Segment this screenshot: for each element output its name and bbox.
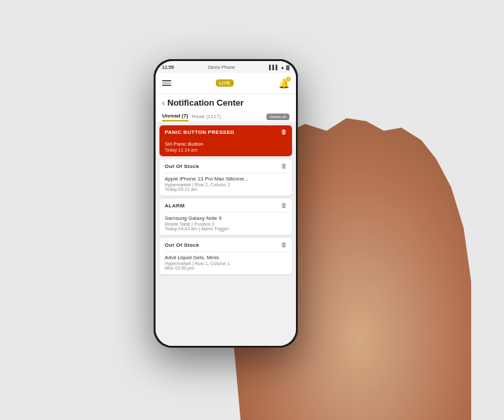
wifi-icon: ▲ [280,65,285,70]
notifications-list: PANIC BUTTON PRESSED 🗑 SH Panic Button T… [156,121,296,346]
oos2-delete-icon[interactable]: 🗑 [281,242,287,248]
alarm-delete-icon[interactable]: 🗑 [281,202,287,209]
oos1-item-name: Apple iPhone 13 Pro Max Silicone... [165,176,287,182]
signal-icon: ▌▌▌ [269,65,279,70]
notification-bell-button[interactable]: 🔔 3 [278,78,289,89]
status-time: 11:55 [162,65,174,70]
notification-card-oos1[interactable]: Out Of Stock 🗑 Apple iPhone 13 Pro Max S… [159,159,292,196]
oos1-card-header: Out Of Stock 🗑 [159,159,292,173]
page-header: ‹ Notification Center Unread (7) Read (1… [156,94,296,121]
notification-card-alarm[interactable]: ALARM 🗑 Samsung Galaxy Note 9 Mobile Tab… [159,199,292,235]
top-nav: LIVE 🔔 3 [156,73,296,94]
tab-read[interactable]: Read (1117) [192,112,221,121]
panic-card-header: PANIC BUTTON PRESSED 🗑 [159,125,292,138]
panic-card-body: SH Panic Button Today 11:14 am [159,138,292,156]
status-bar: 11:55 Demo Phone ▌▌▌ ▲ ▓ [156,61,296,73]
alarm-card-body: Samsung Galaxy Note 9 Mobile Table | Pos… [159,213,292,235]
status-icons: ▌▌▌ ▲ ▓ [269,65,289,70]
phone-device: 11:55 Demo Phone ▌▌▌ ▲ ▓ LIVE 🔔 3 [154,59,298,348]
oos1-delete-icon[interactable]: 🗑 [281,163,287,169]
tab-unread[interactable]: Unread (7) [162,112,188,121]
notification-card-oos2[interactable]: Out Of Stock 🗑 Advil Liquid Gels, Minis … [159,238,292,274]
oos2-type-label: Out Of Stock [165,242,200,248]
alarm-item-name: Samsung Galaxy Note 9 [165,215,287,221]
oos2-item-name: Advil Liquid Gels, Minis [165,255,287,261]
oos2-item-detail2: Mon 02:50 pm [165,266,287,270]
panic-type-label: PANIC BUTTON PRESSED [165,129,234,135]
page-title: Notification Center [167,98,243,108]
alarm-card-header: ALARM 🗑 [159,199,292,212]
back-title-row: ‹ Notification Center [162,98,289,108]
panic-item-name: SH Panic Button [165,141,287,147]
phone-screen: 11:55 Demo Phone ▌▌▌ ▲ ▓ LIVE 🔔 3 [156,61,296,346]
status-carrier: Demo Phone [208,65,235,70]
oos2-card-body: Advil Liquid Gels, Minis Hypermarket | R… [159,252,292,274]
oos1-item-detail: Hypermarket | Row 2, Column 2 [165,182,287,187]
oos1-type-label: Out Of Stock [165,163,200,169]
notification-card-panic[interactable]: PANIC BUTTON PRESSED 🗑 SH Panic Button T… [159,125,292,156]
alarm-item-detail2: Today 04:43 am | Alarm Trigger: [165,226,287,231]
oos1-item-detail2: Today 05:11 am [165,187,287,192]
panic-item-detail: Today 11:14 am [165,148,287,152]
battery-icon: ▓ [286,65,289,70]
oos2-item-detail: Hypermarket | Row 1, Column 1 [165,261,287,266]
alarm-type-label: ALARM [165,203,184,209]
back-button[interactable]: ‹ [162,98,165,108]
hamburger-menu-button[interactable] [162,80,171,86]
panic-delete-icon[interactable]: 🗑 [281,129,287,135]
tabs-row: Unread (7) Read (1117) Delete all [162,112,289,121]
notification-count-badge: 3 [286,77,291,81]
logo-badge: LIVE [216,79,234,87]
phone-wrapper: 11:55 Demo Phone ▌▌▌ ▲ ▓ LIVE 🔔 3 [154,59,298,348]
alarm-item-detail: Mobile Table | Position 2 [165,222,287,226]
oos1-card-body: Apple iPhone 13 Pro Max Silicone... Hype… [159,173,292,196]
oos2-card-header: Out Of Stock 🗑 [159,238,292,251]
delete-all-button[interactable]: Delete all [266,114,289,120]
